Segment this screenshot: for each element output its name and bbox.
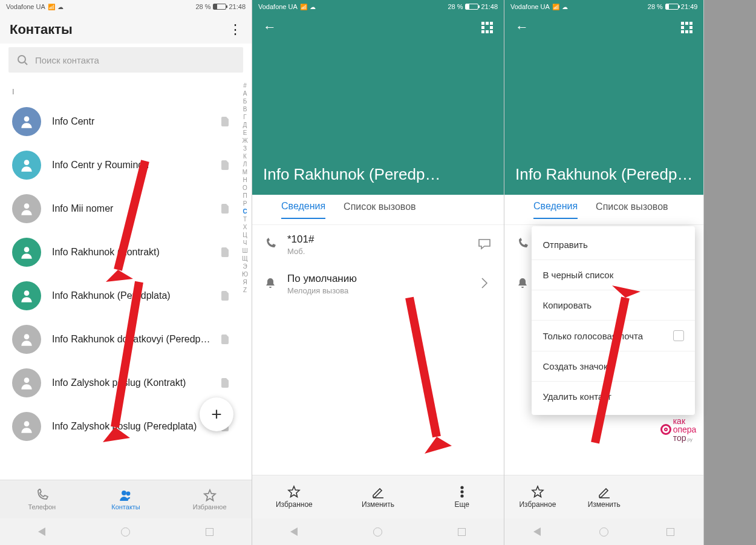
- index-letter[interactable]: П: [241, 192, 249, 199]
- contact-header: ← Info Rakhunok (Peredp…: [252, 13, 504, 195]
- search-placeholder: Поиск контакта: [35, 55, 99, 65]
- nav-recent[interactable]: [458, 528, 466, 536]
- nav-recent[interactable]: [206, 528, 213, 536]
- svg-point-9: [24, 421, 30, 426]
- contacts-icon: [119, 489, 132, 502]
- index-letter[interactable]: Н: [241, 177, 249, 183]
- index-letter[interactable]: Я: [241, 279, 249, 286]
- nav-home[interactable]: [599, 527, 608, 537]
- cloud-icon: [310, 3, 316, 10]
- bell-icon: [264, 277, 278, 292]
- ringtone-row[interactable]: По умолчанию Мелодия вызова: [252, 264, 504, 304]
- favorite-button[interactable]: Избранное: [504, 475, 571, 518]
- contact-name: Info Rakhunok (Peredp…: [504, 165, 703, 195]
- index-letter[interactable]: А: [241, 90, 249, 97]
- back-button[interactable]: ←: [263, 19, 276, 35]
- phone-icon: [516, 238, 530, 252]
- avatar: [12, 368, 41, 397]
- index-letter[interactable]: Х: [241, 224, 249, 230]
- index-letter[interactable]: Э: [241, 263, 249, 270]
- qr-icon[interactable]: [481, 22, 493, 33]
- status-bar: Vodafone UA 28 % 21:48: [0, 0, 252, 13]
- battery-icon: [465, 4, 478, 10]
- tab-call-log[interactable]: Список вызовов: [344, 201, 415, 218]
- index-letter[interactable]: Щ: [241, 255, 249, 262]
- menu-item[interactable]: Только голосовая почта: [532, 320, 695, 351]
- contact-row[interactable]: Info Rakhunok (Peredplata): [0, 274, 252, 318]
- index-letter[interactable]: Т: [241, 216, 249, 223]
- contact-name: Info Zalyshok poslug (Kontrakt): [52, 377, 210, 388]
- edit-button[interactable]: Изменить: [571, 475, 637, 518]
- menu-item[interactable]: В черный список: [532, 259, 695, 290]
- index-letter[interactable]: О: [241, 184, 249, 191]
- nav-home[interactable]: [373, 527, 382, 537]
- index-scrollbar[interactable]: #АБВГДЕЖЗКЛМНОПРСТХЦЧШЩЭЮЯZ: [241, 82, 249, 474]
- index-letter[interactable]: М: [241, 169, 249, 175]
- contact-row[interactable]: Info Mii nomer: [0, 187, 252, 230]
- menu-item[interactable]: Копировать: [532, 290, 695, 320]
- qr-icon[interactable]: [681, 22, 692, 33]
- tab-contacts[interactable]: Контакты: [84, 480, 168, 518]
- index-letter[interactable]: Ч: [241, 240, 249, 246]
- contacts-list[interactable]: I Info Centr Info Centr y Roumingu Info …: [0, 76, 252, 480]
- contact-row[interactable]: Info Centr: [0, 100, 252, 143]
- index-letter[interactable]: К: [241, 153, 249, 160]
- index-letter[interactable]: Е: [241, 129, 249, 136]
- index-letter[interactable]: Д: [241, 122, 249, 128]
- favorite-button[interactable]: Избранное: [252, 475, 336, 518]
- search-input[interactable]: Поиск контакта: [8, 47, 243, 73]
- nav-back[interactable]: [38, 527, 45, 536]
- context-menu: ОтправитьВ черный списокКопироватьТолько…: [532, 226, 695, 415]
- overflow-icon[interactable]: ⋮: [229, 23, 242, 36]
- phone-row[interactable]: *101# Моб.: [252, 225, 504, 264]
- avatar: [12, 238, 41, 267]
- tab-call-log[interactable]: Список вызовов: [596, 201, 668, 218]
- nav-recent[interactable]: [666, 528, 674, 536]
- index-letter[interactable]: З: [241, 145, 249, 152]
- index-letter[interactable]: Ц: [241, 232, 249, 238]
- tab-details[interactable]: Сведения: [281, 201, 325, 219]
- cloud-icon: [57, 3, 64, 10]
- index-letter[interactable]: С: [241, 208, 249, 215]
- bell-icon: [516, 277, 530, 292]
- index-letter[interactable]: Г: [241, 114, 249, 120]
- tab-phone[interactable]: Телефон: [0, 480, 84, 518]
- menu-item[interactable]: Создать значок: [532, 351, 695, 381]
- message-icon[interactable]: [477, 237, 492, 253]
- checkbox[interactable]: [673, 330, 684, 341]
- index-letter[interactable]: Z: [241, 287, 249, 293]
- avatar: [12, 194, 41, 223]
- nav-back[interactable]: [290, 527, 298, 536]
- index-letter[interactable]: Р: [241, 200, 249, 207]
- sim-icon: [221, 117, 229, 126]
- chevron-right-icon: [477, 276, 492, 293]
- screen-contact-menu: Vodafone UA 28 % 21:49 ← Info Rakhunok (…: [504, 0, 704, 545]
- index-letter[interactable]: #: [241, 82, 249, 89]
- sim-icon: [221, 335, 229, 344]
- svg-marker-17: [425, 437, 452, 454]
- contacts-header: Контакты ⋮: [0, 13, 252, 44]
- more-button[interactable]: Еще: [420, 475, 504, 518]
- index-letter[interactable]: Ю: [241, 271, 249, 278]
- tab-details[interactable]: Сведения: [533, 201, 578, 219]
- edit-button[interactable]: Изменить: [336, 475, 420, 518]
- index-letter[interactable]: Л: [241, 161, 249, 168]
- clock: 21:48: [481, 3, 498, 10]
- back-button[interactable]: ←: [515, 19, 529, 35]
- nav-back[interactable]: [533, 527, 541, 536]
- tab-favorites[interactable]: Избранное: [168, 480, 252, 518]
- contact-row[interactable]: Info Rakhunok dodatkovyi (Peredp…: [0, 318, 252, 361]
- contact-row[interactable]: Info Rakhunok (Kontrakt): [0, 230, 252, 274]
- index-letter[interactable]: Ш: [241, 247, 249, 254]
- nav-home[interactable]: [121, 527, 130, 537]
- menu-item[interactable]: Удалить контакт: [532, 381, 695, 411]
- index-letter[interactable]: Ж: [241, 137, 249, 144]
- contact-row[interactable]: Info Centr y Roumingu: [0, 143, 252, 187]
- menu-item[interactable]: Отправить: [532, 230, 695, 259]
- star-icon: [203, 489, 217, 502]
- index-letter[interactable]: Б: [241, 98, 249, 105]
- sim-icon: [221, 291, 229, 301]
- add-contact-button[interactable]: +: [200, 397, 233, 431]
- index-letter[interactable]: В: [241, 106, 249, 113]
- battery-percent: 28 %: [448, 3, 463, 10]
